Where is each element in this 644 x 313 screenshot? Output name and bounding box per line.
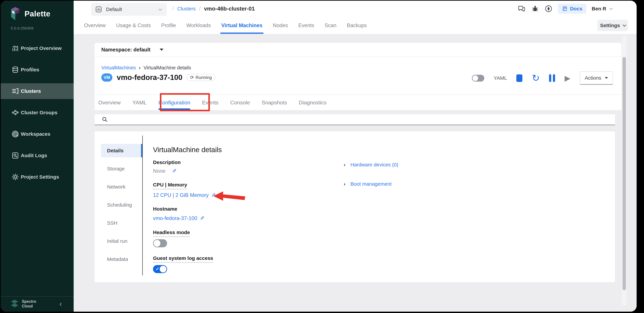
sidebar-item-label: Cluster Groups xyxy=(21,110,57,115)
sidebar-item-project-settings[interactable]: Project Settings xyxy=(1,169,74,185)
sidebar-item-clusters[interactable]: Clusters xyxy=(1,83,74,99)
vm-tab-yaml[interactable]: YAML xyxy=(132,95,146,110)
breadcrumb-cluster-name: vmo-46b-cluster-01 xyxy=(204,5,255,12)
restart-button[interactable]: ↻ xyxy=(532,73,540,83)
tab-profile[interactable]: Profile xyxy=(161,16,176,34)
sidebar-item-workspaces[interactable]: Workspaces xyxy=(1,126,74,142)
hardware-devices-row: › Hardware devices (0) xyxy=(344,162,398,168)
project-overview-icon xyxy=(12,44,19,52)
search-input[interactable] xyxy=(112,117,615,122)
sidebar-item-label: Audit Logs xyxy=(21,153,47,158)
toggle-knob xyxy=(154,240,160,247)
tab-workloads[interactable]: Workloads xyxy=(186,16,211,34)
vm-breadcrumb-parent-link[interactable]: VirtualMachines xyxy=(101,65,136,70)
yaml-toggle[interactable] xyxy=(472,75,484,82)
vm-title-row: VM vmo-fedora-37-100 ⟳ Running xyxy=(101,73,215,82)
chat-icon[interactable] xyxy=(518,5,526,13)
workspaces-icon xyxy=(12,130,19,138)
project-selector[interactable]: Default xyxy=(91,3,167,16)
vm-controls: YAML ↻ ▶ Actions xyxy=(472,71,613,85)
compass-icon[interactable] xyxy=(544,5,552,13)
vm-tab-configuration[interactable]: Configuration xyxy=(158,95,190,110)
sidebar-item-label: Project Settings xyxy=(21,174,59,180)
scrollbar-thumb[interactable] xyxy=(622,57,626,290)
vm-title: vmo-fedora-37-100 xyxy=(117,73,182,82)
chevron-right-icon[interactable]: › xyxy=(344,181,346,187)
vm-tab-diagnostics[interactable]: Diagnostics xyxy=(299,95,326,110)
edit-hostname-icon[interactable]: ✎ xyxy=(200,215,204,221)
tab-scan[interactable]: Scan xyxy=(324,16,336,34)
hardware-devices-link[interactable]: Hardware devices (0) xyxy=(350,162,398,168)
pause-button[interactable] xyxy=(549,74,555,82)
tab-usage-costs[interactable]: Usage & Costs xyxy=(116,16,151,34)
sidebar-item-label: Profiles xyxy=(21,67,39,72)
hostname-value-link[interactable]: vmo-fedora-37-100 xyxy=(153,215,197,221)
chevron-right-icon: › xyxy=(139,65,140,70)
project-grid-icon xyxy=(95,6,102,13)
docs-button[interactable]: Docs xyxy=(558,4,586,14)
subnav-scheduling[interactable]: Scheduling xyxy=(101,198,142,212)
version-label: 5.0.0-250409 xyxy=(11,26,34,30)
search-bar xyxy=(94,114,615,125)
tab-overview[interactable]: Overview xyxy=(84,16,106,34)
bug-icon[interactable] xyxy=(531,5,539,13)
subnav-network[interactable]: Network xyxy=(101,180,142,194)
main-content: Namespace: default VirtualMachines › Vir… xyxy=(74,34,636,312)
vm-tab-overview[interactable]: Overview xyxy=(98,95,120,110)
yaml-toggle-label: YAML xyxy=(494,75,507,81)
search-icon xyxy=(102,116,108,123)
sidebar-collapse-button[interactable]: ‹ xyxy=(60,300,62,308)
user-menu[interactable]: Ben R xyxy=(592,6,612,11)
subnav-metadata[interactable]: Metadata xyxy=(101,253,142,266)
guest-log-label: Guest system log access xyxy=(153,255,213,263)
sidebar-item-project-overview[interactable]: Project Overview xyxy=(1,40,74,56)
sidebar-item-audit-logs[interactable]: Audit Logs xyxy=(1,148,74,163)
description-value: None xyxy=(153,168,166,174)
actions-button[interactable]: Actions xyxy=(580,71,613,85)
chevron-right-icon[interactable]: › xyxy=(344,162,346,168)
sidebar-item-label: Project Overview xyxy=(21,45,62,51)
user-name: Ben R xyxy=(592,6,606,11)
tab-nodes[interactable]: Nodes xyxy=(273,16,288,34)
namespace-selector[interactable]: Namespace: default xyxy=(94,43,621,57)
hostname-label: Hostname xyxy=(153,206,177,212)
tab-backups[interactable]: Backups xyxy=(347,16,367,34)
subnav-ssh[interactable]: SSH xyxy=(101,216,142,230)
vm-status-label: Running xyxy=(196,75,212,80)
vm-panel: Namespace: default VirtualMachines › Vir… xyxy=(94,43,621,110)
tab-events[interactable]: Events xyxy=(298,16,314,34)
subnav-initial-run[interactable]: Initial run xyxy=(101,234,142,248)
topbar-actions: Docs Ben R xyxy=(518,1,612,16)
vm-status-badge: ⟳ Running xyxy=(187,74,215,81)
palette-logo-icon xyxy=(10,7,20,21)
book-icon xyxy=(562,6,568,11)
vm-tab-snapshots[interactable]: Snapshots xyxy=(262,95,287,110)
cpu-memory-value-link[interactable]: 12 CPU | 2 GiB Memory xyxy=(153,192,209,198)
sidebar-item-label: Clusters xyxy=(21,88,41,94)
profiles-icon xyxy=(12,66,19,73)
boot-management-link[interactable]: Boot management xyxy=(350,181,392,187)
play-button[interactable]: ▶ xyxy=(564,74,570,83)
breadcrumb-clusters-link[interactable]: Clusters xyxy=(177,6,196,11)
boot-management-row: › Boot management xyxy=(344,181,392,187)
namespace-label: Namespace: default xyxy=(101,47,150,53)
app-window: Default / Clusters / vmo-46b-cluster-01 … xyxy=(1,1,636,312)
subnav-storage[interactable]: Storage xyxy=(101,162,142,175)
tab-virtual-machines[interactable]: Virtual Machines xyxy=(221,16,262,34)
settings-button[interactable]: Settings xyxy=(597,20,628,31)
guest-log-toggle[interactable]: ✓ xyxy=(153,265,167,273)
stop-button[interactable] xyxy=(516,74,522,82)
vm-badge: VM xyxy=(101,73,112,82)
edit-description-icon[interactable]: ✎ xyxy=(172,168,176,174)
subnav-details[interactable]: Details xyxy=(101,144,142,157)
edit-cpu-memory-icon[interactable]: ✎ xyxy=(211,192,216,198)
spectro-cloud-logo-text: Spectro Cloud xyxy=(22,299,36,309)
spectro-cloud-logo-icon xyxy=(10,299,19,309)
headless-mode-toggle[interactable] xyxy=(153,239,167,247)
vm-tab-events[interactable]: Events xyxy=(202,95,218,110)
check-icon: ✓ xyxy=(156,266,159,272)
chevron-down-icon xyxy=(609,6,613,10)
sidebar-item-profiles[interactable]: Profiles xyxy=(1,62,74,78)
vm-tab-console[interactable]: Console xyxy=(230,95,250,110)
sidebar-item-cluster-groups[interactable]: Cluster Groups xyxy=(1,105,74,120)
